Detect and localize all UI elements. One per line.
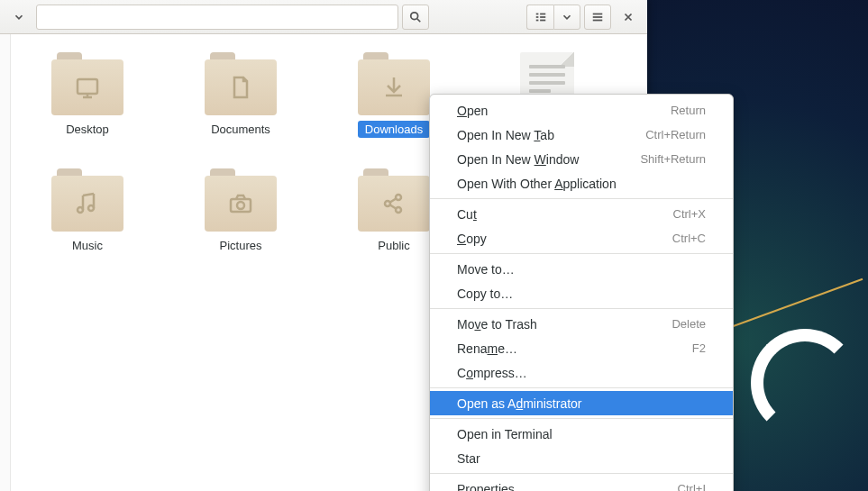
folder-icon (51, 168, 123, 232)
menu-separator (430, 418, 733, 419)
folder-icon (358, 52, 430, 115)
svg-point-12 (88, 205, 94, 211)
menu-item-accel: Shift+Return (640, 152, 706, 166)
menu-item-open-in-new-tab[interactable]: Open In New TabCtrl+Return (430, 123, 733, 147)
file-label: Pictures (213, 237, 270, 254)
view-switcher (526, 5, 580, 30)
svg-rect-2 (540, 13, 545, 14)
menu-item-rename[interactable]: Rename…F2 (430, 336, 733, 360)
toolbar (0, 0, 647, 34)
folder-icon (51, 52, 123, 115)
menu-item-star[interactable]: Star (430, 446, 733, 470)
chevron-down-icon (561, 11, 573, 23)
menu-item-label: Move to Trash (457, 317, 537, 332)
svg-point-11 (78, 207, 83, 213)
menu-item-label: Open (457, 104, 488, 118)
folder-icon (205, 52, 277, 115)
search-icon (409, 11, 422, 23)
menu-item-label: Cut (457, 207, 477, 222)
menu-item-label: Open In New Tab (457, 128, 554, 142)
file-item-documents[interactable]: Documents (191, 52, 290, 141)
svg-rect-3 (535, 16, 538, 18)
menu-item-label: Copy to… (457, 286, 513, 301)
hamburger-menu-button[interactable] (584, 5, 611, 30)
menu-item-label: Open In New Window (457, 152, 579, 167)
sidebar-sliver (0, 34, 11, 491)
menu-item-compress[interactable]: Compress… (430, 360, 733, 385)
menu-separator (430, 308, 733, 309)
view-list-button[interactable] (526, 5, 553, 30)
context-menu: OpenReturnOpen In New TabCtrl+ReturnOpen… (429, 94, 734, 491)
menu-item-label: Open With Other Application (457, 177, 617, 191)
close-icon (622, 11, 635, 23)
menu-item-label: Open in Terminal (457, 427, 553, 441)
svg-rect-7 (593, 13, 603, 14)
file-item-desktop[interactable]: Desktop (38, 52, 137, 141)
menu-item-label: Open as Administrator (457, 396, 582, 411)
close-button[interactable] (615, 5, 642, 30)
file-label: Music (65, 237, 110, 254)
menu-item-open[interactable]: OpenReturn (430, 98, 733, 123)
menu-item-label: Properties (457, 482, 515, 492)
menu-item-cut[interactable]: CutCtrl+X (430, 202, 733, 226)
svg-rect-9 (593, 19, 603, 21)
menu-item-open-with-other-application[interactable]: Open With Other Application (430, 171, 733, 195)
file-label: Downloads (358, 121, 430, 138)
view-dropdown-button[interactable] (553, 5, 580, 30)
menu-item-accel: Return (671, 104, 706, 117)
menu-item-copy[interactable]: CopyCtrl+C (430, 226, 733, 250)
svg-rect-5 (535, 19, 538, 21)
menu-item-label: Star (457, 451, 480, 466)
file-label: Documents (204, 121, 278, 138)
file-item-pictures[interactable]: Pictures (191, 168, 290, 254)
svg-rect-8 (593, 16, 603, 18)
path-bar[interactable] (36, 5, 398, 30)
menu-separator (430, 387, 733, 388)
menu-separator (430, 253, 733, 254)
svg-rect-6 (540, 19, 545, 21)
menu-item-accel: Delete (672, 317, 706, 331)
menu-item-move-to-trash[interactable]: Move to TrashDelete (430, 312, 733, 336)
search-button[interactable] (402, 5, 429, 30)
list-icon (535, 11, 547, 23)
menu-separator (430, 198, 733, 199)
back-dropdown-button[interactable] (5, 5, 32, 30)
menu-item-label: Copy (457, 232, 487, 246)
menu-item-accel: Ctrl+C (672, 232, 706, 245)
hamburger-icon (591, 11, 604, 23)
svg-rect-10 (78, 79, 97, 94)
menu-item-accel: Ctrl+X (673, 207, 706, 221)
folder-icon (358, 168, 430, 232)
menu-item-open-in-new-window[interactable]: Open In New WindowShift+Return (430, 147, 733, 171)
menu-item-move-to[interactable]: Move to… (430, 257, 733, 281)
menu-item-accel: F2 (692, 341, 706, 355)
menu-item-accel: Ctrl+Return (645, 128, 706, 141)
menu-item-label: Move to… (457, 262, 515, 277)
menu-item-open-as-administrator[interactable]: Open as Administrator (430, 391, 733, 415)
menu-item-accel: Ctrl+I (678, 482, 706, 491)
menu-item-properties[interactable]: PropertiesCtrl+I (430, 477, 733, 491)
menu-item-label: Rename… (457, 341, 517, 356)
menu-item-label: Compress… (457, 366, 527, 380)
menu-item-open-in-terminal[interactable]: Open in Terminal (430, 422, 733, 446)
svg-point-14 (237, 202, 244, 209)
folder-icon (205, 168, 277, 232)
svg-rect-4 (540, 16, 545, 18)
file-item-music[interactable]: Music (38, 168, 137, 254)
menu-separator (430, 473, 733, 474)
menu-item-copy-to[interactable]: Copy to… (430, 281, 733, 305)
file-label: Public (370, 237, 416, 254)
file-label: Desktop (59, 121, 116, 138)
svg-rect-1 (535, 13, 538, 14)
svg-point-0 (411, 12, 418, 19)
